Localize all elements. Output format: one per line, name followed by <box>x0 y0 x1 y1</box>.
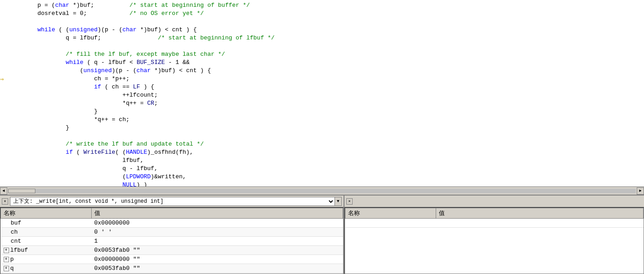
code-line: dosretval = 0; /* no OS error yet */ <box>0 10 644 18</box>
scroll-right-button[interactable]: ► <box>637 187 644 195</box>
locals-row-value: 0 ' ' <box>92 228 343 237</box>
code-line: lfbuf, <box>0 157 644 165</box>
code-line: /* write the lf buf and update total */ <box>0 141 644 149</box>
locals-panel-close-button[interactable]: ✕ <box>2 198 8 205</box>
code-line: q = lfbuf; /* start at beginning of lfbu… <box>0 34 644 43</box>
code-line: p = (char *)buf; /* start at beginning o… <box>0 2 644 10</box>
code-line: NULL) ) <box>0 181 644 186</box>
code-line: if ( ch == LF ) { <box>0 83 644 92</box>
code-text: (unsigned)(p - (char *)buf) < cnt ) { <box>9 67 211 74</box>
locals-row-value: 0x0053fab0 "" <box>92 246 343 255</box>
watch-empty-value <box>436 219 644 228</box>
watch-empty-cell <box>345 219 436 228</box>
code-line: } <box>0 108 644 116</box>
code-text: /* write the lf buf and update total */ <box>9 141 204 147</box>
code-text: /* fill the lf buf, except maybe last ch… <box>9 51 225 58</box>
scroll-thumb[interactable] <box>8 189 35 193</box>
locals-row-value: 0x00000000 <box>92 219 343 228</box>
code-line: } <box>0 124 644 132</box>
code-line: *q++ = CR; <box>0 100 644 108</box>
current-line-arrow-icon: ⇒ <box>0 75 4 83</box>
watch-col-value: 值 <box>436 208 644 219</box>
watch-empty-row <box>345 219 644 228</box>
locals-row-name: cnt <box>1 237 92 246</box>
code-text: ch = *p++; <box>9 75 129 82</box>
context-select[interactable]: 上下文: _write[int, const void *, unsigned … <box>10 197 335 206</box>
locals-row-value: 1 <box>92 237 343 246</box>
watch-table-container[interactable]: 名称 值 <box>344 207 644 274</box>
code-text: q = lfbuf; /* start at beginning of lfbu… <box>9 34 275 41</box>
code-text: } <box>9 108 98 115</box>
code-text: NULL) ) <box>9 181 147 186</box>
code-text: (LPDWORD)&written, <box>9 173 186 180</box>
locals-panel: ✕ 上下文: _write[int, const void *, unsigne… <box>0 196 344 274</box>
locals-row[interactable]: buf0x00000000 <box>1 219 343 228</box>
locals-row-value: 0x0053fab0 "" <box>92 264 343 273</box>
locals-row[interactable]: cnt1 <box>1 237 343 246</box>
expand-icon[interactable]: + <box>4 248 9 253</box>
code-line: q - lfbuf, <box>0 165 644 173</box>
locals-panel-header: ✕ 上下文: _write[int, const void *, unsigne… <box>0 196 344 207</box>
code-text: *q++ = CR; <box>9 100 158 107</box>
locals-row-name: +p <box>1 255 92 264</box>
code-line <box>0 43 644 51</box>
code-text: q - lfbuf, <box>9 165 158 172</box>
code-text: *q++ = ch; <box>9 116 129 123</box>
code-lines: p = (char *)buf; /* start at beginning o… <box>0 2 644 186</box>
watch-tbody <box>345 219 644 228</box>
locals-col-name: 名称 <box>1 208 92 219</box>
horizontal-scrollbar[interactable]: ◄ ► <box>0 186 644 195</box>
code-text: if ( WriteFile( (HANDLE)_osfhnd(fh), <box>9 149 193 156</box>
code-line: while ( q - lfbuf < BUF_SIZE - 1 && <box>0 59 644 67</box>
locals-row[interactable]: +lfbuf0x0053fab0 "" <box>1 246 343 255</box>
locals-col-value: 值 <box>92 208 343 219</box>
code-line: ⇒ ch = *p++; <box>0 75 644 83</box>
expand-icon[interactable]: + <box>4 257 9 262</box>
code-text: while ( (unsigned)(p - (char *)buf) < cn… <box>9 26 197 33</box>
scroll-track[interactable] <box>8 189 636 193</box>
code-text: lfbuf, <box>9 157 143 164</box>
locals-tbody: buf0x00000000ch0 ' 'cnt1+lfbuf0x0053fab0… <box>1 219 343 273</box>
code-line: if ( WriteFile( (HANDLE)_osfhnd(fh), <box>0 149 644 157</box>
locals-row[interactable]: +p0x00000000 "" <box>1 255 343 264</box>
code-line <box>0 18 644 26</box>
locals-row-value: 0x00000000 "" <box>92 255 343 264</box>
locals-row-name: buf <box>1 219 92 228</box>
watch-col-name: 名称 <box>345 208 436 219</box>
scroll-left-button[interactable]: ◄ <box>0 187 7 195</box>
code-line: while ( (unsigned)(p - (char *)buf) < cn… <box>0 26 644 34</box>
code-text: p = (char *)buf; /* start at beginning o… <box>9 2 250 9</box>
context-dropdown-button[interactable]: ▼ <box>334 197 342 206</box>
locals-row-name: ch <box>1 228 92 237</box>
code-text: } <box>9 124 69 131</box>
code-line: *q++ = ch; <box>0 116 644 124</box>
code-text: dosretval = 0; /* no OS error yet */ <box>9 10 204 17</box>
code-text: ++lfcount; <box>9 92 158 98</box>
watch-panel-header: ✕ <box>344 196 644 207</box>
bottom-panels: ✕ 上下文: _write[int, const void *, unsigne… <box>0 195 644 274</box>
code-line <box>0 132 644 141</box>
code-line: /* fill the lf buf, except maybe last ch… <box>0 51 644 59</box>
code-text: while ( q - lfbuf < BUF_SIZE - 1 && <box>9 59 190 66</box>
code-text: if ( ch == LF ) { <box>9 83 154 90</box>
code-area: p = (char *)buf; /* start at beginning o… <box>0 0 644 186</box>
watch-panel-close-button[interactable]: ✕ <box>346 198 353 205</box>
code-line: (LPDWORD)&written, <box>0 173 644 181</box>
locals-table-container[interactable]: 名称 值 buf0x00000000ch0 ' 'cnt1+lfbuf0x005… <box>0 207 344 274</box>
locals-row[interactable]: +q0x0053fab0 "" <box>1 264 343 273</box>
locals-row[interactable]: ch0 ' ' <box>1 228 343 237</box>
code-line: (unsigned)(p - (char *)buf) < cnt ) { <box>0 67 644 75</box>
watch-panel: ✕ 名称 值 <box>344 196 644 274</box>
locals-row-name: +q <box>1 264 92 273</box>
locals-row-name: +lfbuf <box>1 246 92 255</box>
code-line: ++lfcount; <box>0 92 644 100</box>
expand-icon[interactable]: + <box>4 266 9 271</box>
locals-table: 名称 值 buf0x00000000ch0 ' 'cnt1+lfbuf0x005… <box>0 208 343 273</box>
watch-table: 名称 值 <box>345 208 644 228</box>
code-scroll[interactable]: p = (char *)buf; /* start at beginning o… <box>0 0 644 186</box>
